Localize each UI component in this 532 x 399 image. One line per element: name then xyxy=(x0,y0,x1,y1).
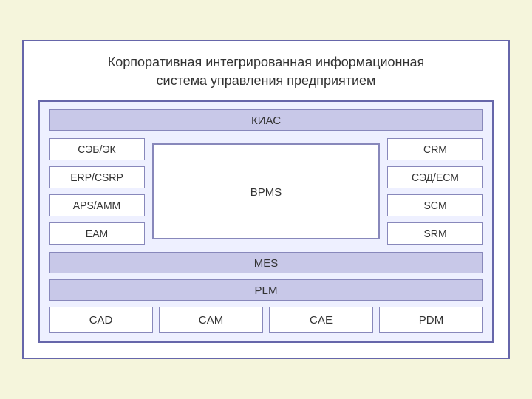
bottom-row: CAD CAM CAE PDM xyxy=(49,307,483,332)
cell-erp: ERP/CSRP xyxy=(49,166,145,188)
mes-label: MES xyxy=(254,256,279,269)
cell-cam: CAM xyxy=(159,307,263,332)
bpms-box: BPMS xyxy=(152,143,380,239)
middle-section: СЭБ/ЭК ERP/CSRP APS/AMM EAM BPMS xyxy=(49,138,483,245)
cell-sed: СЭД/ЕСМ xyxy=(387,166,483,188)
outer-container: Корпоративная интегрированная информацио… xyxy=(22,40,510,359)
plm-bar: PLM xyxy=(49,279,483,301)
cell-crm: CRM xyxy=(387,138,483,160)
title-line1: Корпоративная интегрированная информацио… xyxy=(108,55,424,69)
cell-cae: CAE xyxy=(269,307,373,332)
cell-pdm: PDM xyxy=(379,307,483,332)
plm-label: PLM xyxy=(255,284,278,296)
mes-bar: MES xyxy=(49,252,483,273)
cell-scm: SCM xyxy=(387,194,483,216)
title-line2: система управления предприятием xyxy=(157,73,376,88)
bpms-label: BPMS xyxy=(250,185,282,198)
kias-bar: КИАС xyxy=(49,109,483,131)
right-column: CRM СЭД/ЕСМ SCM SRM xyxy=(387,138,483,245)
cell-cad: CAD xyxy=(49,307,153,332)
center-column: BPMS xyxy=(152,138,380,245)
main-title: Корпоративная интегрированная информацио… xyxy=(38,53,494,90)
inner-box: КИАС СЭБ/ЭК ERP/CSRP APS/AMM EAM BP xyxy=(38,100,494,343)
kias-label: КИАС xyxy=(251,114,281,126)
cell-seb: СЭБ/ЭК xyxy=(49,138,145,160)
left-column: СЭБ/ЭК ERP/CSRP APS/AMM EAM xyxy=(49,138,145,245)
cell-aps: APS/AMM xyxy=(49,194,145,216)
cell-srm: SRM xyxy=(387,222,483,245)
cell-eam: EAM xyxy=(49,222,145,245)
